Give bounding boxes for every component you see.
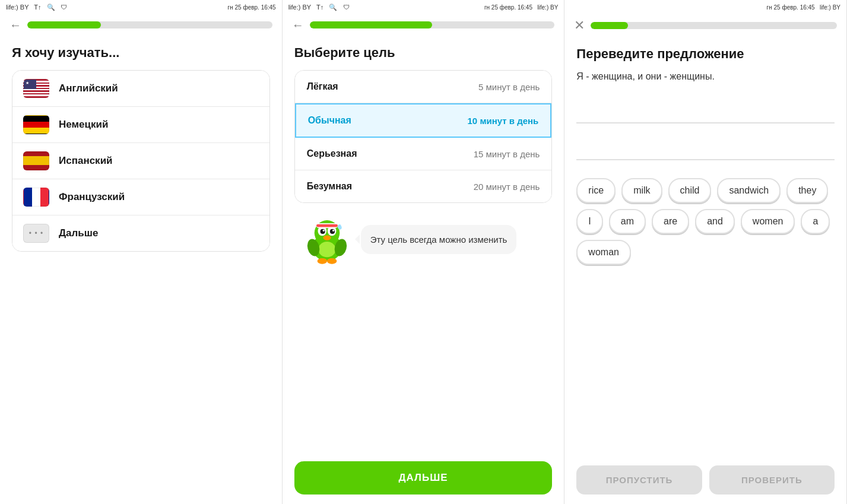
word-bank: rice milk child sandwich they I am are [576, 172, 835, 271]
progress-area-3: ✕ [564, 14, 846, 37]
language-selection-panel: life:) BY T↑ 🔍 🛡 гн 25 февр. 16:45 ← Я х… [0, 0, 283, 504]
word-chip-sandwich[interactable]: sandwich [717, 178, 781, 203]
translate-title: Переведите предложение [576, 46, 835, 62]
svg-point-8 [332, 230, 334, 232]
status-right-2: гн 25 февр. 16:45 life:) BY [484, 4, 558, 11]
progress-area-1: ← [0, 14, 282, 36]
status-left-2: life:) BY T↑ 🔍 🛡 [288, 4, 350, 11]
language-item-french[interactable]: Французский [12, 179, 269, 215]
goal-name-normal: Обычная [308, 115, 351, 126]
svg-point-7 [322, 230, 324, 232]
translate-exercise-panel: гн 25 февр. 16:45 life:) BY ✕ Переведите… [564, 0, 847, 504]
svg-point-17 [338, 224, 341, 227]
flag-more: • • • [23, 224, 49, 243]
svg-point-9 [323, 235, 331, 240]
word-chip-child[interactable]: child [668, 178, 712, 203]
panel-content-2: Выберите цель Лёгкая 5 минут в день Обыч… [283, 36, 564, 452]
language-item-spanish[interactable]: Испанский [12, 143, 269, 179]
status-right-1: гн 25 февр. 16:45 [228, 4, 276, 11]
goal-name-crazy: Безумная [307, 181, 352, 192]
flag-es [23, 151, 49, 170]
svg-point-5 [320, 229, 325, 234]
word-chip-a[interactable]: a [801, 209, 830, 234]
progress-track-1 [27, 21, 272, 28]
panel-title-1: Я хочу изучать... [12, 45, 270, 61]
progress-fill-2 [310, 21, 432, 28]
word-chip-am[interactable]: am [609, 209, 646, 234]
goal-name-serious: Серьезная [307, 148, 357, 159]
word-chip-and[interactable]: and [695, 209, 735, 234]
goal-item-crazy[interactable]: Безумная 20 минут в день [295, 170, 552, 202]
back-arrow-2[interactable]: ← [292, 19, 304, 31]
flag-fr [23, 188, 49, 207]
language-name-english: Английский [59, 83, 118, 94]
speech-bubble: Эту цель всегда можно изменить [361, 225, 517, 254]
svg-point-6 [330, 229, 335, 234]
goal-duration-serious: 15 минут в день [474, 149, 540, 159]
word-chip-rice[interactable]: rice [576, 178, 616, 203]
progress-fill-3 [591, 22, 627, 29]
panel-title-2: Выберите цель [294, 45, 553, 61]
flag-de [23, 115, 49, 134]
language-item-more[interactable]: • • • Дальше [12, 215, 269, 251]
mascot-area: Эту цель всегда можно изменить [294, 213, 553, 266]
language-name-more: Дальше [59, 227, 98, 239]
goal-item-serious[interactable]: Серьезная 15 минут в день [295, 138, 552, 170]
next-button[interactable]: ДАЛЬШЕ [294, 461, 553, 495]
word-chip-woman[interactable]: woman [576, 240, 631, 265]
status-bar-2: life:) BY T↑ 🔍 🛡 гн 25 февр. 16:45 life:… [283, 0, 564, 14]
progress-track-3 [591, 22, 837, 29]
status-left-1: life:) BY T↑ 🔍 🛡 [6, 4, 67, 11]
sentence-display: Я - женщина, и они - женщины. [576, 71, 835, 82]
answer-area-line1[interactable] [576, 94, 835, 123]
back-arrow-1[interactable]: ← [9, 19, 21, 31]
goal-item-easy[interactable]: Лёгкая 5 минут в день [295, 71, 552, 103]
bottom-btn-area-2: ДАЛЬШЕ [283, 452, 564, 504]
speech-bubble-text: Эту цель всегда можно изменить [370, 234, 507, 245]
status-bar-3: гн 25 февр. 16:45 life:) BY [564, 0, 846, 14]
word-chip-i[interactable]: I [576, 209, 602, 234]
goal-selection-panel: life:) BY T↑ 🔍 🛡 гн 25 февр. 16:45 life:… [283, 0, 565, 504]
status-right-3: гн 25 февр. 16:45 life:) BY [767, 4, 840, 11]
language-name-french: Французский [59, 191, 125, 203]
language-item-german[interactable]: Немецкий [12, 107, 269, 143]
skip-button[interactable]: ПРОПУСТИТЬ [576, 465, 702, 495]
language-name-german: Немецкий [59, 119, 108, 131]
flag-us [23, 79, 49, 98]
word-chip-milk[interactable]: milk [621, 178, 662, 203]
check-button[interactable]: ПРОВЕРИТЬ [709, 465, 835, 495]
language-list: Английский Немецкий Испанский Французски… [12, 70, 270, 252]
word-chip-women[interactable]: women [741, 209, 795, 234]
svg-point-13 [327, 258, 337, 264]
duolingo-mascot [300, 213, 354, 266]
goal-duration-normal: 10 минут в день [468, 116, 539, 126]
bottom-btn-pair: ПРОПУСТИТЬ ПРОВЕРИТЬ [564, 456, 846, 504]
goal-list: Лёгкая 5 минут в день Обычная 10 минут в… [294, 70, 553, 203]
goal-item-normal[interactable]: Обычная 10 минут в день [295, 103, 552, 138]
close-button[interactable]: ✕ [574, 19, 585, 32]
progress-area-2: ← [283, 14, 564, 36]
goal-duration-easy: 5 минут в день [478, 82, 540, 92]
language-item-english[interactable]: Английский [12, 71, 269, 107]
answer-area-line2[interactable] [576, 131, 835, 160]
svg-rect-15 [316, 224, 338, 227]
progress-track-2 [310, 21, 555, 28]
word-chip-are[interactable]: are [652, 209, 689, 234]
panel-content-1: Я хочу изучать... Английский Немецкий Ис… [0, 36, 282, 504]
translate-area: Переведите предложение Я - женщина, и он… [564, 37, 846, 456]
language-name-spanish: Испанский [59, 155, 113, 167]
svg-point-12 [317, 258, 326, 264]
svg-point-2 [318, 242, 335, 257]
word-chip-they[interactable]: they [786, 178, 828, 203]
status-bar-1: life:) BY T↑ 🔍 🛡 гн 25 февр. 16:45 [0, 0, 282, 14]
progress-fill-1 [27, 21, 101, 28]
goal-name-easy: Лёгкая [307, 81, 338, 92]
goal-duration-crazy: 20 минут в день [474, 182, 540, 192]
